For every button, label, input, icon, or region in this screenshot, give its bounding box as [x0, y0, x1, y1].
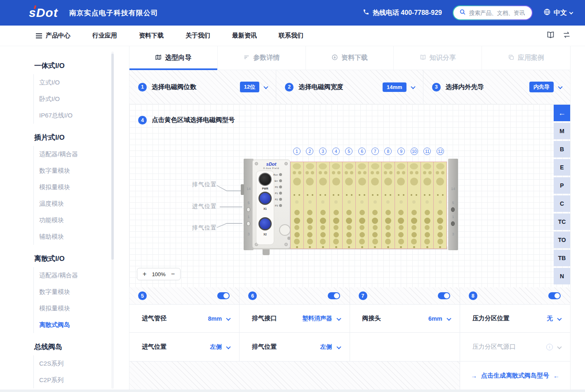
toggle-step5[interactable] [217, 292, 230, 299]
valve-slot-5[interactable] [343, 162, 356, 249]
valve-slot-11[interactable] [421, 162, 434, 249]
language-selector[interactable]: 中文 [543, 8, 573, 17]
sidebar-item[interactable]: 卧式I/O [39, 91, 115, 107]
sidebar-item-list: 适配器/耦合器数字量模块模拟量模块温度模块功能模块辅助模块 [33, 146, 115, 245]
option-value-select[interactable]: 8mm [208, 315, 230, 322]
step2-value-select[interactable]: 14mm [383, 82, 406, 92]
main-navbar: 产品中心行业应用资料下载关于我们最新资讯联系我们 [0, 26, 585, 46]
valve-port [322, 246, 324, 248]
tab-2[interactable]: 参数详情 [218, 46, 306, 70]
chevron-down-icon[interactable] [559, 83, 562, 91]
nav-item-5[interactable]: 最新资讯 [232, 32, 257, 40]
option-value-select[interactable]: 左侧 [320, 343, 341, 351]
step3-value-select[interactable]: 内先导 [529, 82, 554, 92]
sidebar-item[interactable]: 模拟量模块 [39, 300, 115, 317]
series-button-tb[interactable]: TB [554, 250, 570, 266]
sidebar-section-title[interactable]: 插片式I/O [34, 129, 115, 146]
sidebar-item[interactable]: 数字量模块 [39, 162, 115, 179]
series-button-n[interactable]: N [554, 268, 570, 284]
sidebar-section-title[interactable]: 一体式I/O [34, 58, 115, 74]
series-button-to[interactable]: TO [554, 232, 570, 248]
valve-port [305, 171, 309, 174]
option-value-select[interactable]: 左侧 [210, 343, 230, 351]
series-button-tc[interactable]: TC [554, 214, 570, 230]
sidebar-item[interactable]: C2P系列 [39, 372, 115, 388]
sidebar-item[interactable]: 适配器/耦合器 [39, 146, 115, 162]
valve-slot-7[interactable] [369, 162, 382, 249]
sidebar-item[interactable]: 功能模块 [39, 212, 115, 228]
option-value-select[interactable]: 无 [547, 315, 562, 322]
valve-port [398, 218, 404, 224]
series-button-c[interactable]: C [554, 195, 570, 212]
sidebar-item[interactable]: 数字量模块 [39, 284, 115, 300]
valve-slot-10[interactable] [408, 162, 421, 249]
valve-slot-3[interactable] [317, 162, 330, 249]
sidebar-section-title[interactable]: 离散式I/O [34, 251, 115, 267]
generate-model-button[interactable]: →点击生成离散式阀岛型号← [460, 361, 570, 390]
series-button-p[interactable]: P [554, 177, 570, 194]
led-row: Err [273, 178, 282, 184]
sidebar-scrollbar[interactable] [111, 52, 114, 389]
sidebar-item[interactable]: 立式I/O [39, 74, 115, 91]
sidebar-item[interactable]: IP67总线I/O [39, 107, 115, 124]
sidebar-item[interactable]: 辅助模块 [39, 228, 115, 245]
chevron-down-icon[interactable] [264, 83, 268, 91]
tab-4[interactable]: 知识分享 [394, 46, 482, 70]
toggle-step8[interactable] [548, 292, 561, 299]
nav-item-1[interactable]: 产品中心 [36, 32, 70, 40]
nav-item-2[interactable]: 行业应用 [92, 32, 117, 40]
series-button-m[interactable]: M [554, 123, 570, 139]
sidebar-item-active[interactable]: 离散式阀岛 [39, 317, 115, 333]
tab-3[interactable]: 资料下载 [306, 46, 394, 70]
valve-port [389, 171, 392, 174]
led-dot [279, 198, 282, 201]
step1-value-select[interactable]: 12位 [240, 82, 259, 92]
sidebar-section-title[interactable]: 总线阀岛 [34, 339, 115, 355]
option-value-select[interactable]: 6mm [428, 315, 451, 322]
valve-port [390, 194, 391, 196]
valve-port [438, 225, 443, 230]
language-label: 中文 [554, 9, 567, 17]
search-icon[interactable] [459, 9, 466, 17]
zoom-out-button[interactable]: − [171, 271, 175, 277]
step-number-badge: 4 [138, 116, 147, 124]
valve-port [403, 194, 404, 196]
nav-item-4[interactable]: 关于我们 [186, 32, 210, 40]
callout-label: 排气位置 [192, 181, 217, 188]
tab-label: 知识分享 [430, 54, 456, 62]
valve-port [334, 232, 339, 237]
collapse-arrow-button[interactable]: ← [554, 105, 570, 121]
info-icon[interactable]: i [546, 344, 553, 350]
horizontal-scrollbar[interactable] [0, 390, 585, 392]
toggle-step7[interactable] [438, 292, 450, 299]
sidebar-item[interactable]: 模拟量模块 [39, 179, 115, 195]
valve-slot-12[interactable] [434, 162, 447, 249]
valve-slot-9[interactable] [395, 162, 408, 249]
nav-item-3[interactable]: 资料下载 [139, 32, 164, 40]
valve-slot-2[interactable] [304, 162, 317, 249]
valve-slot-6[interactable] [356, 162, 369, 249]
valve-slot-1[interactable] [290, 162, 304, 249]
sidebar-item[interactable]: C2S系列 [39, 355, 115, 372]
sidebar-item[interactable]: 温度模块 [39, 195, 115, 212]
nav-item-6[interactable]: 联系我们 [279, 32, 303, 40]
chevron-down-icon[interactable] [411, 83, 415, 91]
zoom-in-button[interactable]: + [143, 271, 146, 277]
option-value-select[interactable]: 塑料消声器 [302, 315, 341, 322]
sidebar-item[interactable]: 适配器/耦合器 [39, 267, 115, 284]
series-button-e[interactable]: E [554, 159, 570, 176]
tab-1[interactable]: 选型向导 [129, 46, 218, 70]
toggle-step6[interactable] [328, 292, 340, 299]
valve-slot-4[interactable] [330, 162, 343, 249]
valve-slot-8[interactable] [382, 162, 395, 249]
sdot-logo[interactable]: sDot [29, 6, 58, 20]
valve-port [397, 171, 400, 174]
tab-5[interactable]: 应用案例 [482, 46, 570, 70]
option-label: 阀接头 [362, 315, 381, 322]
book-icon[interactable] [546, 31, 555, 41]
compare-arrows-icon[interactable] [562, 31, 571, 41]
search-input[interactable] [469, 10, 529, 16]
step4-label: 点击黄色区域选择电磁阀型号 [152, 116, 235, 124]
chevron-down-icon [227, 315, 230, 322]
series-button-b[interactable]: B [554, 141, 570, 157]
